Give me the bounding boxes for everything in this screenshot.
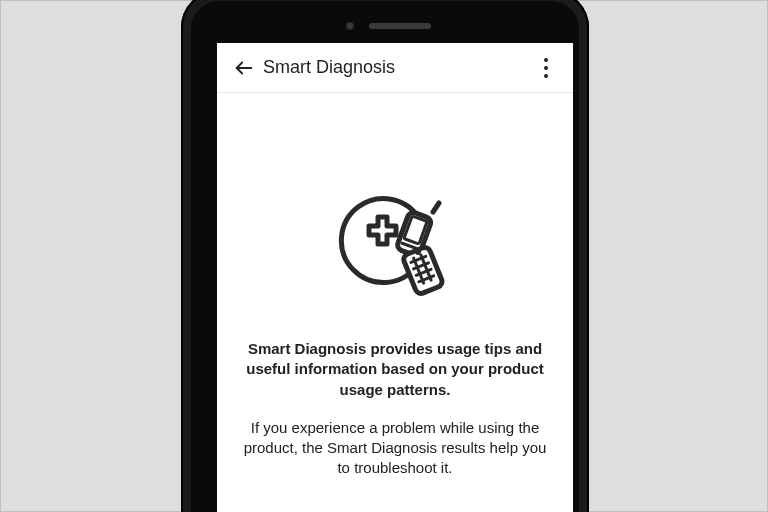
device-bezel: Smart Diagnosis bbox=[191, 1, 579, 512]
more-vertical-icon bbox=[544, 56, 548, 80]
back-button[interactable] bbox=[227, 51, 261, 85]
sub-text: If you experience a problem while using … bbox=[217, 418, 573, 479]
lead-text: Smart Diagnosis provides usage tips and … bbox=[217, 339, 573, 400]
app-screen: Smart Diagnosis bbox=[217, 43, 573, 512]
svg-rect-4 bbox=[402, 246, 444, 295]
arrow-left-icon bbox=[233, 57, 255, 79]
page-background: Smart Diagnosis bbox=[0, 0, 768, 512]
main-content: Smart Diagnosis provides usage tips and … bbox=[217, 93, 573, 479]
device-frame: Smart Diagnosis bbox=[181, 0, 589, 512]
svg-point-11 bbox=[415, 249, 421, 255]
svg-line-12 bbox=[433, 203, 439, 212]
camera-dot bbox=[346, 22, 354, 30]
overflow-menu-button[interactable] bbox=[529, 51, 563, 85]
smart-diagnosis-hero-icon bbox=[320, 175, 470, 305]
speaker-slot bbox=[369, 23, 431, 29]
app-bar: Smart Diagnosis bbox=[217, 43, 573, 93]
page-title: Smart Diagnosis bbox=[263, 57, 529, 78]
